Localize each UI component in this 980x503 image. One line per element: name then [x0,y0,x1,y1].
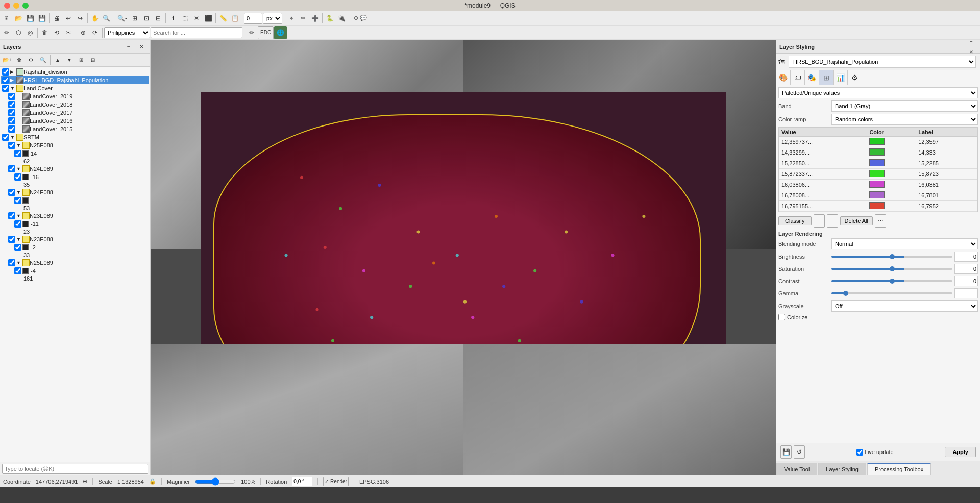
table-row[interactable]: 16,78008... 16,7801 [779,190,977,201]
layer-item-n24e089[interactable]: ▼ N24E089 [7,165,149,173]
table-row[interactable]: 16,795155... 16,7952 [779,201,977,212]
move-layer-up-btn[interactable]: ▲ [52,54,63,67]
styling-tab-settings[interactable]: ⚙ [848,70,862,85]
table-row[interactable]: 15,872337... 15,8723 [779,169,977,180]
layers-close-btn[interactable]: ✕ [136,42,147,52]
layer-expand-lc2019[interactable] [16,94,21,99]
table-row[interactable]: 15,22850... 15,2285 [779,158,977,169]
layer-check-n25e088-14[interactable] [14,150,21,157]
gamma-input[interactable]: 1,00 [954,288,978,298]
layer-check-n23e089[interactable] [8,212,15,219]
layer-item-n25e089-161[interactable]: 161 [13,275,149,282]
qgis-icon-btn[interactable]: 🌐 [274,26,287,39]
add-feature-btn[interactable]: ➕ [309,12,321,25]
layer-expand-n25e089[interactable]: ▼ [16,260,21,265]
layer-item-lc2015[interactable]: LandCover_2015 [7,125,149,133]
print-btn[interactable]: 🖨 [51,12,62,25]
save-style-btn[interactable]: 💾 [780,445,792,459]
delete-all-btn[interactable]: Delete All [840,216,873,225]
layer-check-hrsl[interactable] [2,77,9,84]
contrast-input[interactable]: 0 [954,276,978,286]
layer-expand-srtm[interactable]: ▼ [10,135,15,140]
saturation-slider[interactable] [831,268,952,270]
remove-value-btn[interactable]: − [827,214,838,228]
styling-tab-labels[interactable]: 🏷 [791,70,805,85]
layer-item-rajshahi[interactable]: ▶ Rajshahi_division [1,68,149,76]
select-btn[interactable]: ⬚ [179,12,190,25]
table-row[interactable]: 14,33299... 14,333 [779,147,977,158]
zoom-in-btn[interactable]: 🔍+ [101,12,115,25]
layer-check-lc2018[interactable] [8,101,15,108]
layer-expand-rajshahi[interactable]: ▶ [10,69,15,74]
colorize-checkbox[interactable] [778,314,785,320]
redo-btn[interactable]: ↪ [75,12,86,25]
edit2-btn[interactable]: ✏ [1,26,12,39]
layer-check-lc2015[interactable] [8,125,15,133]
table-row[interactable]: 12,359737... 12,3597 [779,137,977,147]
measure-btn[interactable]: 📏 [217,12,229,25]
styling-tab-paint[interactable]: 🎨 [776,70,791,85]
layer-check-srtm[interactable] [2,134,9,141]
restore-style-btn[interactable]: ↺ [794,445,805,459]
attribute-table-btn[interactable]: 📋 [229,12,240,25]
units-select[interactable]: px [263,13,282,24]
gamma-slider[interactable] [831,292,952,294]
edit-btn[interactable]: ✏ [298,12,309,25]
pan-btn[interactable]: ✋ [89,12,101,25]
blending-select[interactable]: Normal [831,238,978,249]
table-row[interactable]: 16,03806... 16,0381 [779,180,977,190]
zoom-out-btn[interactable]: 🔍- [116,12,129,25]
layer-item-n23e089-23[interactable]: 23 [13,228,149,235]
locate-input[interactable] [2,464,148,474]
layer-item-n24e089-neg16[interactable]: -16 [13,173,149,181]
layer-check-n24e088[interactable] [8,189,15,196]
undo-btn[interactable]: ↩ [63,12,74,25]
remove-layer-btn[interactable]: 🗑 [14,54,25,67]
expand-all-btn[interactable]: ⊞ [76,54,87,67]
layer-expand-lc2015[interactable] [16,127,21,132]
filter-layer-btn[interactable]: 🔍 [37,54,48,67]
layer-check-n25e088[interactable] [8,142,15,149]
layer-item-n24e088[interactable]: ▼ N24E088 [7,188,149,196]
rotation-input-statusbar[interactable] [292,477,312,486]
classify-btn[interactable]: Classify [778,216,812,225]
reshape-btn[interactable]: ⟲ [51,26,62,39]
contrast-slider[interactable] [831,280,952,282]
layer-item-hrsl[interactable]: ▶ HRSL_BGD_Rajshahi_Population [1,76,149,84]
layer-check-n24e089-neg16[interactable] [14,173,21,181]
split-btn[interactable]: ✂ [63,26,74,39]
layer-expand-n23e089[interactable]: ▼ [16,213,21,218]
add-layer-btn[interactable]: 📂+ [1,54,13,67]
layer-expand-lc2016[interactable] [16,118,21,123]
zoom-layer-btn[interactable]: ⊡ [141,12,152,25]
layer-check-n23e088[interactable] [8,236,15,243]
layer-check-lc2016[interactable] [8,117,15,124]
add-value-btn[interactable]: + [814,214,825,228]
apply-btn[interactable]: Apply [945,447,976,457]
map-area[interactable] [151,40,776,475]
save-as-btn[interactable]: 💾 [36,12,47,25]
styling-tab-mask[interactable]: 🎭 [805,70,819,85]
layer-item-n23e089[interactable]: ▼ N23E089 [7,212,149,220]
zoom-full-btn[interactable]: ⊞ [129,12,140,25]
tab-layer-styling[interactable]: Layer Styling [818,463,866,475]
edc-btn[interactable]: EDC [258,26,274,39]
identify-btn[interactable]: ℹ [167,12,179,25]
layer-check-n23e089-neg11[interactable] [14,220,21,228]
layer-expand-n25e088[interactable]: ▼ [16,143,21,148]
layer-item-n23e088-neg2[interactable]: -2 [13,243,149,252]
layers-minimize-btn[interactable]: − [123,42,134,52]
table-cell-color[interactable] [867,169,916,180]
styling-minimize-btn[interactable]: − [966,40,977,47]
layer-item-n24e088-53[interactable]: 53 [13,205,149,212]
table-cell-color[interactable] [867,201,916,212]
save-btn[interactable]: 💾 [24,12,36,25]
tab-value-tool[interactable]: Value Tool [776,463,817,475]
layer-item-srtm-group[interactable]: ▼ SRTM [1,133,149,141]
more-btn[interactable]: ⋯ [875,214,886,228]
layer-check-n24e089[interactable] [8,165,15,172]
layer-item-n25e089-neg4[interactable]: -4 [13,267,149,275]
collapse-all-btn[interactable]: ⊟ [87,54,99,67]
select-all-btn[interactable]: ⬛ [203,12,214,25]
layer-item-n24e089-35[interactable]: 35 [13,181,149,188]
